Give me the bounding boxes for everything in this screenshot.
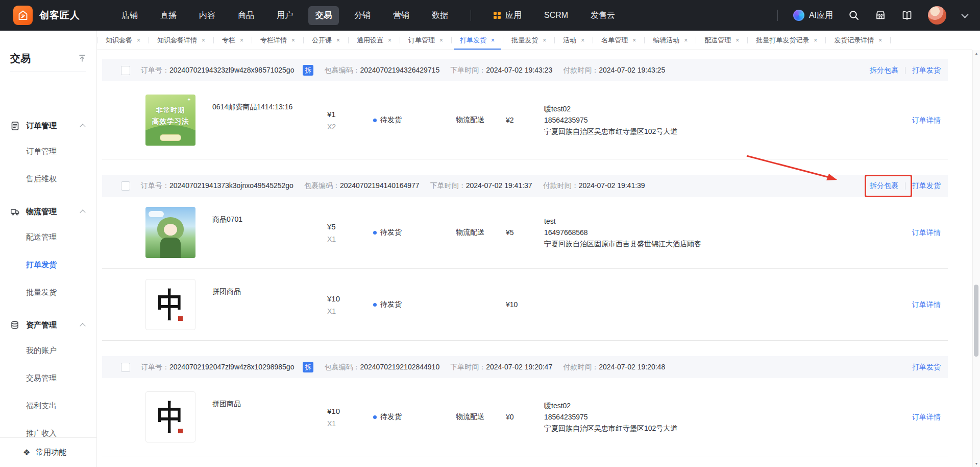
collapse-sidebar-icon[interactable]: [78, 54, 86, 62]
workspace-tab[interactable]: 批量打单发货记录×: [748, 31, 825, 50]
delivery-method: 物流配送: [450, 228, 506, 237]
common-functions-icon: ❖: [23, 448, 30, 457]
close-icon[interactable]: ×: [814, 37, 817, 43]
order-detail-link[interactable]: 订单详情: [912, 116, 941, 124]
workspace-tab[interactable]: 配送管理×: [696, 31, 747, 50]
truck-icon: [10, 207, 20, 217]
nav-item-content[interactable]: 内容: [199, 10, 215, 21]
sidebar-item-my-account[interactable]: 我的账户: [0, 337, 96, 364]
workspace-tab[interactable]: 知识套餐详情×: [149, 31, 213, 50]
product-image[interactable]: 中: [145, 279, 195, 330]
print-ship-link[interactable]: 打单发货: [912, 181, 941, 191]
workspace-tab[interactable]: 名单管理×: [593, 31, 644, 50]
seal-icon: [178, 429, 183, 433]
order-item-row: 中 拼团商品 ¥10 X1 待发货 物流配送 ¥0 嗳test02 185642…: [102, 378, 948, 456]
nav-item-live[interactable]: 直播: [160, 10, 177, 21]
sidebar-item-aftersales[interactable]: 售后维权: [0, 165, 96, 193]
order-detail-link[interactable]: 订单详情: [912, 228, 941, 237]
order-block-divider: [102, 159, 948, 175]
nav-item-apps[interactable]: 应用: [494, 10, 522, 21]
sidebar-common-functions[interactable]: ❖ 常用功能: [0, 437, 96, 467]
scrollbar-thumb[interactable]: [974, 285, 978, 357]
workspace-tab-active[interactable]: 打单发货×: [452, 31, 503, 50]
docs-book-icon[interactable]: [901, 10, 913, 21]
chevron-down-icon[interactable]: [961, 11, 968, 18]
product-image[interactable]: [145, 207, 195, 258]
user-avatar[interactable]: [928, 6, 946, 25]
nav-item-salecloud[interactable]: 发售云: [591, 10, 615, 21]
close-icon[interactable]: ×: [684, 37, 688, 43]
split-package-link-highlighted[interactable]: 拆分包裹: [870, 181, 898, 191]
nav-item-distribution[interactable]: 分销: [354, 10, 371, 21]
workspace-tab[interactable]: 活动×: [555, 31, 593, 50]
close-icon[interactable]: ×: [491, 37, 495, 43]
nav-item-data[interactable]: 数据: [432, 10, 448, 21]
order-checkbox[interactable]: [121, 181, 130, 191]
close-icon[interactable]: ×: [581, 37, 584, 43]
close-icon[interactable]: ×: [202, 37, 205, 43]
nav-item-trade-active[interactable]: 交易: [308, 6, 339, 25]
nav-item-users[interactable]: 用户: [277, 10, 293, 21]
workspace-tab[interactable]: 通用设置×: [349, 31, 400, 50]
close-icon[interactable]: ×: [388, 37, 391, 43]
vertical-scrollbar[interactable]: ▲ ▼: [972, 50, 980, 467]
close-icon[interactable]: ×: [736, 37, 739, 43]
nav-item-goods[interactable]: 商品: [238, 10, 254, 21]
order-detail-link[interactable]: 订单详情: [912, 413, 941, 421]
status: 待发货: [373, 115, 450, 125]
close-icon[interactable]: ×: [291, 37, 295, 43]
scroll-up-icon[interactable]: ▲: [973, 52, 980, 55]
sidebar-section-logistics[interactable]: 物流管理: [0, 200, 96, 223]
brand-name: 创客匠人: [39, 9, 80, 22]
workspace-tab[interactable]: 订单管理×: [400, 31, 451, 50]
order-checkbox[interactable]: [121, 363, 130, 372]
workspace-tab[interactable]: 专栏详情×: [252, 31, 303, 50]
sidebar-item-batch-ship[interactable]: 批量发货: [0, 278, 96, 306]
nav-item-marketing[interactable]: 营销: [393, 10, 409, 21]
print-ship-link[interactable]: 打单发货: [912, 66, 941, 75]
split-badge: 拆: [303, 362, 313, 372]
sidebar-item-print-ship-active[interactable]: 打单发货: [0, 251, 96, 278]
coins-icon: [10, 320, 20, 330]
sidebar-item-promo-income[interactable]: 推广收入: [0, 419, 96, 437]
close-icon[interactable]: ×: [878, 37, 882, 43]
order-checkbox[interactable]: [121, 66, 130, 75]
brand[interactable]: 创客匠人: [13, 6, 121, 25]
order-detail-link[interactable]: 订单详情: [912, 300, 941, 309]
workspace-tab[interactable]: 编辑活动×: [645, 31, 696, 50]
product-image[interactable]: 非常时期 高效学习法: [145, 95, 195, 146]
search-icon[interactable]: [848, 10, 860, 21]
order-header-row: 订单号：20240702194323zl9w4z8x98571025go 拆 包…: [102, 59, 948, 81]
split-package-link[interactable]: 拆分包裹: [870, 66, 898, 75]
product-image[interactable]: 中: [145, 391, 195, 442]
sidebar: 交易 订单管理 订单管理 售后维权 物流管理 配送管理 打单发货 批量发货 资产…: [0, 31, 97, 467]
order-list: 订单号：20240702194323zl9w4z8x98571025go 拆 包…: [97, 50, 972, 467]
sidebar-section-assets[interactable]: 资产管理: [0, 313, 96, 337]
print-ship-link[interactable]: 打单发货: [912, 363, 941, 372]
sidebar-item-order-mgmt[interactable]: 订单管理: [0, 137, 96, 165]
buyer-info: 嗳test02 18564235975 宁夏回族自治区吴忠市红寺堡区102号大道: [544, 400, 879, 434]
workspace-tab[interactable]: 批量发货×: [503, 31, 554, 50]
close-icon[interactable]: ×: [632, 37, 636, 43]
nav-item-scrm[interactable]: SCRM: [544, 11, 568, 20]
storefront-icon[interactable]: [875, 10, 886, 21]
scroll-down-icon[interactable]: ▼: [973, 462, 980, 465]
close-icon[interactable]: ×: [439, 37, 443, 43]
nav-divider: [777, 10, 778, 21]
close-icon[interactable]: ×: [137, 37, 140, 43]
apps-grid-icon: [494, 12, 501, 19]
nav-item-ai-apps[interactable]: AI应用: [793, 10, 833, 21]
sidebar-item-welfare-spend[interactable]: 福利支出: [0, 392, 96, 419]
nav-item-shop[interactable]: 店铺: [121, 10, 138, 21]
workspace-tab[interactable]: 知识套餐×: [97, 31, 149, 50]
close-icon[interactable]: ×: [336, 37, 340, 43]
close-icon[interactable]: ×: [543, 37, 546, 43]
product-name: 拼团商品: [195, 269, 327, 296]
sidebar-section-order-mgmt[interactable]: 订单管理: [0, 114, 96, 137]
sidebar-item-delivery-mgmt[interactable]: 配送管理: [0, 223, 96, 251]
workspace-tab[interactable]: 发货记录详情×: [826, 31, 890, 50]
workspace-tab[interactable]: 专栏×: [214, 31, 252, 50]
close-icon[interactable]: ×: [240, 37, 243, 43]
workspace-tab[interactable]: 公开课×: [304, 31, 348, 50]
sidebar-item-trade-mgmt[interactable]: 交易管理: [0, 364, 96, 392]
